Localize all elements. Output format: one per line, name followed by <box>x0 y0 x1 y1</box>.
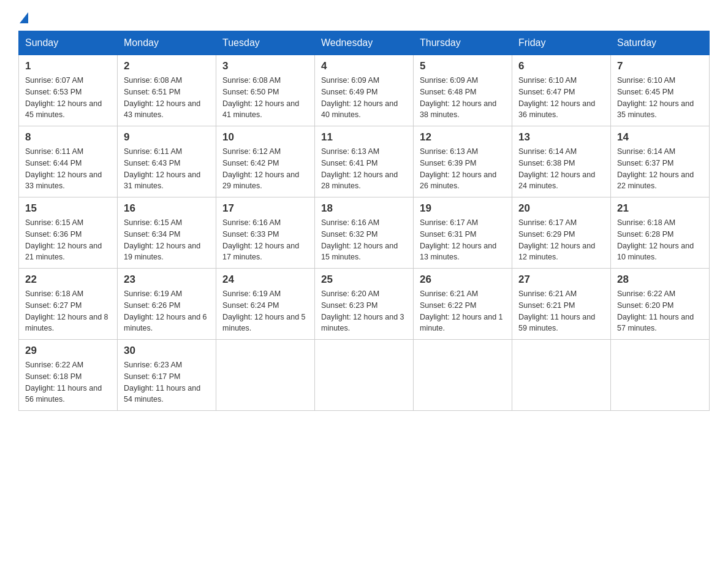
day-info: Sunrise: 6:12 AMSunset: 6:42 PMDaylight:… <box>222 146 308 192</box>
header-saturday: Saturday <box>611 31 710 55</box>
day-info: Sunrise: 6:17 AMSunset: 6:31 PMDaylight:… <box>420 217 506 263</box>
day-number: 1 <box>25 60 111 72</box>
calendar-cell: 3Sunrise: 6:08 AMSunset: 6:50 PMDaylight… <box>216 55 315 126</box>
day-info: Sunrise: 6:08 AMSunset: 6:50 PMDaylight:… <box>222 75 308 121</box>
calendar-cell <box>512 340 611 411</box>
day-info: Sunrise: 6:21 AMSunset: 6:22 PMDaylight:… <box>420 288 506 334</box>
day-info: Sunrise: 6:11 AMSunset: 6:44 PMDaylight:… <box>25 146 111 192</box>
day-info: Sunrise: 6:19 AMSunset: 6:26 PMDaylight:… <box>124 288 210 334</box>
day-number: 30 <box>124 345 210 357</box>
header-monday: Monday <box>118 31 216 55</box>
day-number: 25 <box>321 274 407 286</box>
day-number: 3 <box>222 60 308 72</box>
header-friday: Friday <box>512 31 611 55</box>
calendar-cell: 5Sunrise: 6:09 AMSunset: 6:48 PMDaylight… <box>414 55 512 126</box>
calendar-table: SundayMondayTuesdayWednesdayThursdayFrid… <box>18 31 710 411</box>
day-info: Sunrise: 6:22 AMSunset: 6:18 PMDaylight:… <box>25 359 111 405</box>
calendar-cell: 10Sunrise: 6:12 AMSunset: 6:42 PMDayligh… <box>216 126 315 197</box>
calendar-cell: 20Sunrise: 6:17 AMSunset: 6:29 PMDayligh… <box>512 197 611 269</box>
calendar-body: 1Sunrise: 6:07 AMSunset: 6:53 PMDaylight… <box>19 55 710 411</box>
day-number: 2 <box>124 60 210 72</box>
calendar-cell: 9Sunrise: 6:11 AMSunset: 6:43 PMDaylight… <box>118 126 216 197</box>
day-info: Sunrise: 6:14 AMSunset: 6:37 PMDaylight:… <box>617 146 703 192</box>
calendar-cell: 23Sunrise: 6:19 AMSunset: 6:26 PMDayligh… <box>118 269 216 340</box>
calendar-cell: 30Sunrise: 6:23 AMSunset: 6:17 PMDayligh… <box>118 340 216 411</box>
header-row: SundayMondayTuesdayWednesdayThursdayFrid… <box>19 31 710 55</box>
header-thursday: Thursday <box>414 31 512 55</box>
day-info: Sunrise: 6:07 AMSunset: 6:53 PMDaylight:… <box>25 75 111 121</box>
day-info: Sunrise: 6:09 AMSunset: 6:48 PMDaylight:… <box>420 75 506 121</box>
day-info: Sunrise: 6:21 AMSunset: 6:21 PMDaylight:… <box>518 288 604 334</box>
header-wednesday: Wednesday <box>315 31 414 55</box>
day-number: 28 <box>617 274 703 286</box>
page-header <box>18 12 710 21</box>
day-info: Sunrise: 6:17 AMSunset: 6:29 PMDaylight:… <box>518 217 604 263</box>
day-info: Sunrise: 6:16 AMSunset: 6:33 PMDaylight:… <box>222 217 308 263</box>
calendar-cell: 27Sunrise: 6:21 AMSunset: 6:21 PMDayligh… <box>512 269 611 340</box>
calendar-cell: 17Sunrise: 6:16 AMSunset: 6:33 PMDayligh… <box>216 197 315 269</box>
day-number: 5 <box>420 60 506 72</box>
calendar-cell: 21Sunrise: 6:18 AMSunset: 6:28 PMDayligh… <box>611 197 710 269</box>
day-info: Sunrise: 6:15 AMSunset: 6:36 PMDaylight:… <box>25 217 111 263</box>
day-number: 19 <box>420 202 506 215</box>
day-number: 7 <box>617 60 703 72</box>
calendar-cell: 28Sunrise: 6:22 AMSunset: 6:20 PMDayligh… <box>611 269 710 340</box>
calendar-cell: 16Sunrise: 6:15 AMSunset: 6:34 PMDayligh… <box>118 197 216 269</box>
calendar-cell: 22Sunrise: 6:18 AMSunset: 6:27 PMDayligh… <box>19 269 118 340</box>
calendar-cell: 7Sunrise: 6:10 AMSunset: 6:45 PMDaylight… <box>611 55 710 126</box>
calendar-cell: 15Sunrise: 6:15 AMSunset: 6:36 PMDayligh… <box>19 197 118 269</box>
day-info: Sunrise: 6:13 AMSunset: 6:39 PMDaylight:… <box>420 146 506 192</box>
header-sunday: Sunday <box>19 31 118 55</box>
day-number: 21 <box>617 202 703 215</box>
week-row-4: 22Sunrise: 6:18 AMSunset: 6:27 PMDayligh… <box>19 269 710 340</box>
day-number: 6 <box>518 60 604 72</box>
calendar-cell <box>414 340 512 411</box>
calendar-cell: 24Sunrise: 6:19 AMSunset: 6:24 PMDayligh… <box>216 269 315 340</box>
day-number: 8 <box>25 131 111 144</box>
calendar-cell <box>611 340 710 411</box>
day-number: 24 <box>222 274 308 286</box>
day-info: Sunrise: 6:13 AMSunset: 6:41 PMDaylight:… <box>321 146 407 192</box>
calendar-cell <box>315 340 414 411</box>
calendar-cell: 2Sunrise: 6:08 AMSunset: 6:51 PMDaylight… <box>118 55 216 126</box>
day-info: Sunrise: 6:09 AMSunset: 6:49 PMDaylight:… <box>321 75 407 121</box>
day-number: 29 <box>25 345 111 357</box>
header-tuesday: Tuesday <box>216 31 315 55</box>
logo-triangle-icon <box>20 12 28 23</box>
day-number: 20 <box>518 202 604 215</box>
day-number: 26 <box>420 274 506 286</box>
calendar-cell: 8Sunrise: 6:11 AMSunset: 6:44 PMDaylight… <box>19 126 118 197</box>
day-info: Sunrise: 6:16 AMSunset: 6:32 PMDaylight:… <box>321 217 407 263</box>
calendar-cell: 6Sunrise: 6:10 AMSunset: 6:47 PMDaylight… <box>512 55 611 126</box>
day-number: 9 <box>124 131 210 144</box>
day-number: 16 <box>124 202 210 215</box>
calendar-cell: 25Sunrise: 6:20 AMSunset: 6:23 PMDayligh… <box>315 269 414 340</box>
day-number: 15 <box>25 202 111 215</box>
day-info: Sunrise: 6:10 AMSunset: 6:45 PMDaylight:… <box>617 75 703 121</box>
calendar-cell: 4Sunrise: 6:09 AMSunset: 6:49 PMDaylight… <box>315 55 414 126</box>
week-row-5: 29Sunrise: 6:22 AMSunset: 6:18 PMDayligh… <box>19 340 710 411</box>
day-number: 22 <box>25 274 111 286</box>
day-info: Sunrise: 6:23 AMSunset: 6:17 PMDaylight:… <box>124 359 210 405</box>
week-row-3: 15Sunrise: 6:15 AMSunset: 6:36 PMDayligh… <box>19 197 710 269</box>
day-number: 18 <box>321 202 407 215</box>
logo <box>18 12 29 21</box>
calendar-cell: 29Sunrise: 6:22 AMSunset: 6:18 PMDayligh… <box>19 340 118 411</box>
day-number: 12 <box>420 131 506 144</box>
day-number: 27 <box>518 274 604 286</box>
day-info: Sunrise: 6:15 AMSunset: 6:34 PMDaylight:… <box>124 217 210 263</box>
day-info: Sunrise: 6:19 AMSunset: 6:24 PMDaylight:… <box>222 288 308 334</box>
calendar-header: SundayMondayTuesdayWednesdayThursdayFrid… <box>19 31 710 55</box>
day-number: 17 <box>222 202 308 215</box>
day-info: Sunrise: 6:20 AMSunset: 6:23 PMDaylight:… <box>321 288 407 334</box>
logo-text <box>18 12 29 23</box>
day-number: 10 <box>222 131 308 144</box>
calendar-cell: 14Sunrise: 6:14 AMSunset: 6:37 PMDayligh… <box>611 126 710 197</box>
calendar-cell: 26Sunrise: 6:21 AMSunset: 6:22 PMDayligh… <box>414 269 512 340</box>
day-number: 13 <box>518 131 604 144</box>
calendar-cell: 13Sunrise: 6:14 AMSunset: 6:38 PMDayligh… <box>512 126 611 197</box>
calendar-cell <box>216 340 315 411</box>
day-info: Sunrise: 6:22 AMSunset: 6:20 PMDaylight:… <box>617 288 703 334</box>
day-info: Sunrise: 6:14 AMSunset: 6:38 PMDaylight:… <box>518 146 604 192</box>
calendar-cell: 19Sunrise: 6:17 AMSunset: 6:31 PMDayligh… <box>414 197 512 269</box>
